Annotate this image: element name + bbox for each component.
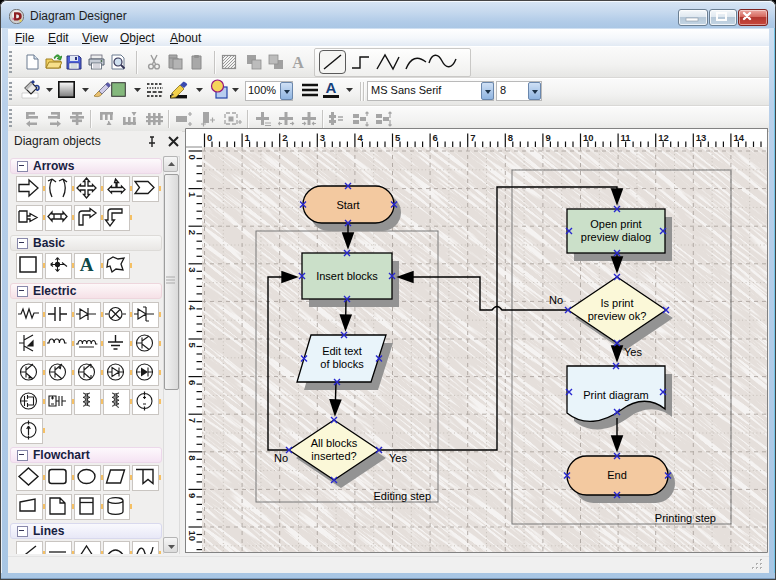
svg-text:Insert blocks: Insert blocks	[316, 270, 378, 282]
svg-text:A: A	[80, 254, 94, 275]
svg-text:2: 2	[282, 132, 287, 143]
svg-text:No: No	[549, 294, 563, 306]
svg-text:0: 0	[207, 132, 212, 143]
svg-text:8: 8	[187, 455, 198, 460]
svg-text:4: 4	[357, 132, 363, 143]
svg-text:Yes: Yes	[624, 346, 642, 358]
svg-text:6: 6	[187, 380, 198, 385]
svg-text:Print diagram: Print diagram	[583, 389, 648, 401]
svg-text:Start: Start	[336, 199, 359, 211]
svg-text:preview dialog: preview dialog	[581, 231, 651, 243]
svg-text:12: 12	[658, 132, 669, 143]
svg-text:A: A	[292, 54, 304, 70]
svg-text:1: 1	[245, 132, 251, 143]
svg-text:10: 10	[187, 531, 198, 542]
svg-text:preview ok?: preview ok?	[588, 310, 647, 322]
svg-text:10: 10	[583, 132, 594, 143]
svg-text:5: 5	[395, 132, 401, 143]
svg-text:6: 6	[433, 132, 438, 143]
svg-text:of blocks: of blocks	[320, 358, 364, 370]
svg-text:Editing step: Editing step	[374, 490, 431, 502]
svg-text:14: 14	[733, 132, 744, 143]
svg-text:3: 3	[187, 267, 198, 272]
svg-text:A: A	[326, 80, 337, 96]
svg-text:Printing step: Printing step	[655, 512, 716, 524]
svg-text:9: 9	[545, 132, 550, 143]
svg-text:2: 2	[187, 230, 198, 235]
svg-text:1: 1	[187, 192, 198, 198]
svg-text:11: 11	[621, 132, 632, 143]
svg-text:7: 7	[187, 418, 198, 423]
svg-text:7: 7	[470, 132, 475, 143]
svg-text:Yes: Yes	[389, 452, 407, 464]
svg-text:9: 9	[187, 493, 198, 498]
svg-text:End: End	[607, 469, 627, 481]
svg-text:Open print: Open print	[590, 218, 641, 230]
svg-text:No: No	[274, 452, 288, 464]
svg-text:inserted?: inserted?	[311, 450, 356, 462]
svg-text:Edit text: Edit text	[322, 345, 362, 357]
svg-text:4: 4	[187, 305, 198, 311]
svg-text:5: 5	[187, 343, 198, 349]
svg-text:All blocks: All blocks	[311, 437, 358, 449]
svg-text:3: 3	[320, 132, 325, 143]
svg-text:0: 0	[187, 155, 198, 160]
svg-text:8: 8	[508, 132, 513, 143]
svg-text:Is print: Is print	[600, 297, 633, 309]
svg-text:13: 13	[696, 132, 707, 143]
